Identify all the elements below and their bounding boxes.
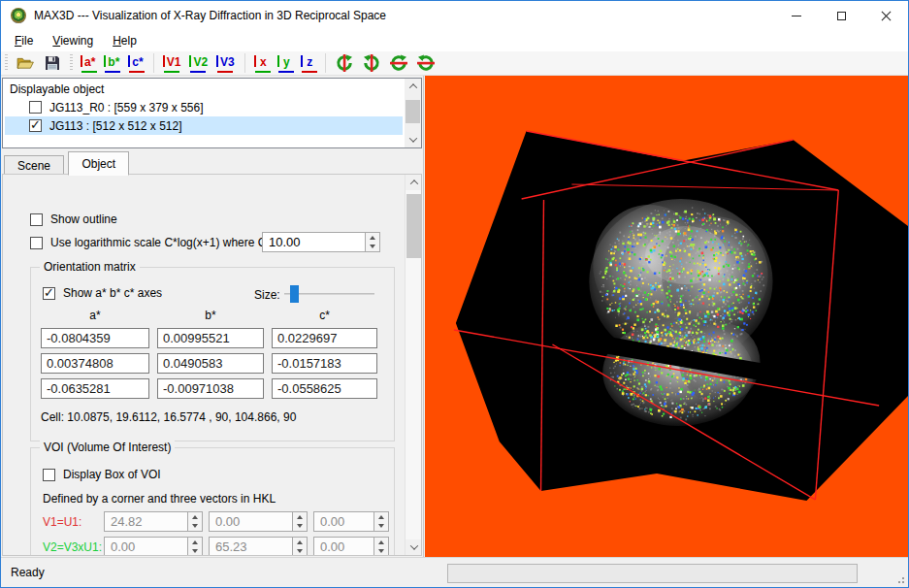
spin-down-button <box>293 522 307 532</box>
v2-h-input <box>104 537 187 556</box>
spin-down-button <box>188 522 202 532</box>
spin-buttons <box>187 511 203 532</box>
resize-grip[interactable] <box>895 574 905 584</box>
toolbar-v2-button[interactable]: V2 <box>187 52 211 74</box>
toolbar-gripper[interactable] <box>5 54 8 72</box>
rotate-cw-vertical-button[interactable] <box>333 52 356 74</box>
spin-up-icon <box>192 540 198 544</box>
show-axes-checkbox[interactable] <box>43 287 55 300</box>
rotate-ccw-horizontal-button[interactable] <box>414 52 438 74</box>
spin-up-button[interactable] <box>366 233 379 243</box>
matrix-cell-0-2[interactable] <box>272 328 377 348</box>
orientation-matrix-fields <box>41 328 377 399</box>
toolbar-bstar-button[interactable]: b* <box>102 52 122 74</box>
display-voi-box-checkbox[interactable] <box>43 469 55 481</box>
menu-viewing-accel: V <box>52 34 60 48</box>
3d-viewport[interactable] <box>425 76 908 557</box>
column-header-astar: a* <box>41 309 149 322</box>
toolbar-z-button[interactable]: z <box>299 52 318 74</box>
chevron-down-icon <box>409 541 417 549</box>
v1-k-spinbox <box>209 511 308 532</box>
matrix-cell-1-1[interactable] <box>157 353 264 374</box>
spin-up-icon <box>297 515 303 519</box>
minimize-icon <box>792 16 801 16</box>
v1-k-input <box>209 511 292 532</box>
rotate-cw-horizontal-button[interactable] <box>387 52 410 74</box>
scroll-down-button[interactable] <box>405 132 421 147</box>
y-bar <box>277 55 279 67</box>
matrix-cell-0-0[interactable] <box>41 328 149 348</box>
tab-object[interactable]: Object <box>68 151 129 176</box>
log-constant-input[interactable] <box>262 232 365 252</box>
toolbar-astar-button[interactable]: a* <box>79 52 98 74</box>
close-button[interactable] <box>863 1 908 30</box>
minimize-button[interactable] <box>774 1 819 30</box>
matrix-cell-1-2[interactable] <box>272 353 377 374</box>
list-item[interactable]: JG113_R0 : [559 x 379 x 556] <box>5 98 403 116</box>
rotate-cw-horizontal-icon <box>389 53 408 73</box>
list-scrollbar[interactable] <box>405 79 421 147</box>
matrix-cell-2-2[interactable] <box>272 378 377 399</box>
toolbar-x-button[interactable]: x <box>252 52 272 74</box>
object-panel-scrollbar[interactable] <box>405 175 421 555</box>
scroll-down-button[interactable] <box>406 539 422 555</box>
log-constant-spinbox <box>262 232 380 252</box>
rotate-ccw-vertical-button[interactable] <box>360 52 383 74</box>
rotate-ccw-vertical-icon <box>362 53 381 73</box>
v2-l-input <box>313 537 373 556</box>
v2-h-spinbox <box>104 537 203 556</box>
titlebar: MAX3D --- Visualization of X-Ray Diffrac… <box>1 1 908 30</box>
bstar-bar <box>104 55 106 67</box>
list-item[interactable]: JG113 : [512 x 512 x 512] <box>5 116 403 135</box>
scroll-up-button[interactable] <box>406 175 422 190</box>
astar-bar <box>81 55 82 67</box>
show-outline-row: Show outline <box>30 212 117 226</box>
spin-buttons <box>365 232 380 252</box>
spin-up-icon <box>378 540 384 544</box>
spin-up-button <box>293 538 307 547</box>
show-outline-checkbox[interactable] <box>30 213 43 226</box>
astar-label: a* <box>84 55 95 69</box>
scrollbar-thumb[interactable] <box>406 194 421 258</box>
list-item-checkbox[interactable] <box>29 119 42 132</box>
orientation-matrix-title: Orientation matrix <box>40 260 140 274</box>
scroll-up-button[interactable] <box>405 79 421 94</box>
toolbar-y-button[interactable]: y <box>276 52 295 74</box>
size-label: Size: <box>254 288 280 302</box>
show-outline-label: Show outline <box>50 212 117 226</box>
list-item-checkbox[interactable] <box>29 101 42 114</box>
slider-thumb[interactable] <box>290 285 299 303</box>
v2-underline <box>190 71 206 73</box>
spin-down-icon <box>192 524 198 528</box>
log-scale-checkbox[interactable] <box>30 237 43 249</box>
log-scale-label: Use logarithmic scale C*log(x+1) where C… <box>50 236 276 249</box>
toolbar-v1-button[interactable]: V1 <box>161 52 184 74</box>
tab-object-label: Object <box>81 157 115 171</box>
spin-buttons <box>292 537 308 556</box>
z-underline <box>302 71 317 73</box>
matrix-cell-0-1[interactable] <box>157 328 264 348</box>
toolbar-v3-button[interactable]: V3 <box>214 52 238 74</box>
open-file-button[interactable] <box>14 52 37 74</box>
matrix-cell-1-0[interactable] <box>41 353 149 374</box>
maximize-button[interactable] <box>819 1 863 30</box>
save-file-button[interactable] <box>41 52 64 74</box>
matrix-cell-2-1[interactable] <box>157 378 264 399</box>
scrollbar-thumb[interactable] <box>406 100 420 123</box>
voi-group: VOI (Volume Of Interest) Display Box of … <box>30 447 395 556</box>
diffraction-scene[interactable] <box>425 76 908 557</box>
axes-size-slider[interactable] <box>284 285 374 303</box>
save-floppy-icon <box>45 55 60 71</box>
v1-underline <box>164 71 179 73</box>
menu-file[interactable]: File <box>5 32 43 49</box>
cstar-underline <box>129 71 145 73</box>
toolbar-cstar-button[interactable]: c* <box>126 52 146 74</box>
spin-down-button[interactable] <box>366 243 379 252</box>
menu-viewing[interactable]: Viewing <box>43 32 103 49</box>
v2-l-spinbox <box>313 537 389 556</box>
toolbar-gripper[interactable] <box>70 54 73 72</box>
v1-h-spinbox <box>104 511 203 532</box>
matrix-cell-2-0[interactable] <box>41 378 149 399</box>
menu-help[interactable]: Help <box>103 32 146 49</box>
window-title: MAX3D --- Visualization of X-Ray Diffrac… <box>34 9 386 22</box>
